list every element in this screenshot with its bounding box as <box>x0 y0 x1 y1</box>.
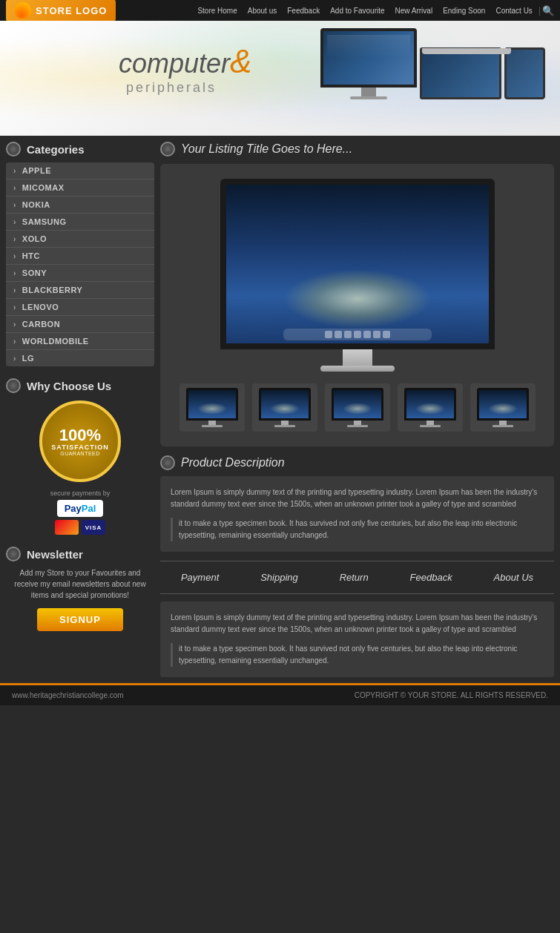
thumb-screen-5 <box>477 388 529 421</box>
nav-feedback[interactable]: Feedback <box>283 7 324 15</box>
cat-arrow: › <box>13 286 16 294</box>
search-icon[interactable]: 🔍 <box>542 5 554 16</box>
thumb-3[interactable] <box>325 383 390 432</box>
badge-guaranteed: GUARANTEED <box>60 451 100 456</box>
paypal-logo: PayPal <box>57 500 104 517</box>
cat-item-sony[interactable]: › SONY <box>6 265 154 282</box>
thumb-screen-1 <box>186 388 238 421</box>
page-footer: www.heritagechristiancollege.com COPYRIG… <box>0 683 560 705</box>
cat-arrow: › <box>13 235 16 243</box>
nav-store-home[interactable]: Store Home <box>193 7 241 15</box>
cat-arrow: › <box>13 201 16 209</box>
cat-item-apple[interactable]: › APPLE <box>6 162 154 179</box>
banner-sub: peripherals <box>126 80 251 96</box>
cat-arrow: › <box>13 252 16 260</box>
paypal-area: secure payments by PayPal VISA <box>6 489 154 535</box>
thumb-base-4 <box>420 425 441 427</box>
thumb-galaxy-3 <box>343 403 372 415</box>
thumb-galaxy-4 <box>415 403 445 415</box>
prod-desc-title: Product Description <box>181 456 285 469</box>
cat-item-lg[interactable]: › LG <box>6 350 154 366</box>
description-box: Lorem Ipsum is simply dummy text of the … <box>160 476 554 552</box>
cat-arrow: › <box>13 355 16 363</box>
banner: computer& peripherals <box>0 21 560 136</box>
footer-copyright: COPYRIGHT © YOUR STORE. ALL RIGHTS RESER… <box>355 691 548 699</box>
signup-button[interactable]: SIGNUP <box>37 608 123 631</box>
visa-icon: VISA <box>82 520 105 535</box>
flame-icon <box>15 2 31 19</box>
newsletter-section: Newsletter Add my Store to your Favourit… <box>6 547 154 631</box>
cat-arrow: › <box>13 337 16 346</box>
cat-arrow: › <box>13 269 16 277</box>
dock-icon-7 <box>383 331 390 338</box>
thumb-1[interactable] <box>179 383 245 432</box>
thumb-4[interactable] <box>398 383 463 432</box>
desc-text-1: Lorem Ipsum is simply dummy text of the … <box>171 487 544 510</box>
nav-separator: | <box>538 5 541 16</box>
thumb-screen-4 <box>404 388 456 421</box>
cat-item-blackberry[interactable]: › BLACKBERRY <box>6 282 154 299</box>
listing-icon <box>160 142 175 156</box>
categories-title: Categories <box>27 143 85 156</box>
cat-item-lenovo[interactable]: › LENOVO <box>6 299 154 316</box>
thumb-base-3 <box>347 425 368 427</box>
cat-arrow: › <box>13 218 16 226</box>
sidebar: Categories › APPLE › MICOMAX › NOKIA › S… <box>6 142 154 677</box>
categories-icon <box>6 142 21 156</box>
top-nav: STORE LOGO Store Home About us Feedback … <box>0 0 560 21</box>
thumb-screen-2 <box>259 388 311 421</box>
bottom-desc-2: it to make a type specimen book. It has … <box>171 643 544 667</box>
thumb-base-5 <box>493 425 513 427</box>
logo[interactable]: STORE LOGO <box>6 0 116 22</box>
thumbnail-row <box>179 383 536 432</box>
cat-item-samsung[interactable]: › SAMSUNG <box>6 214 154 231</box>
banner-tablet <box>504 47 545 99</box>
nav-add-to-favourite[interactable]: Add to Favourite <box>326 7 389 15</box>
cat-arrow: › <box>13 320 16 329</box>
cat-item-nokia[interactable]: › NOKIA <box>6 197 154 214</box>
nav-contact-us[interactable]: Contact Us <box>491 7 536 15</box>
nav-about-us[interactable]: About us <box>243 7 281 15</box>
newsletter-header: Newsletter <box>6 547 154 561</box>
why-header: Why Choose Us <box>6 378 154 393</box>
cat-item-carbon[interactable]: › CARBON <box>6 316 154 333</box>
tab-shipping[interactable]: Shipping <box>254 569 304 586</box>
dock-icon-6 <box>373 331 381 338</box>
thumb-2[interactable] <box>252 383 317 432</box>
tab-return[interactable]: Return <box>334 569 375 586</box>
listing-header: Your Listing Title Goes to Here... <box>160 142 554 156</box>
tab-feedback[interactable]: Feedback <box>404 569 458 586</box>
thumb-galaxy-5 <box>488 403 518 415</box>
tab-about-us[interactable]: About Us <box>488 569 539 586</box>
banner-text: computer& peripherals <box>119 43 251 96</box>
banner-monitor <box>320 28 417 99</box>
paypal-secure-text: secure payments by <box>50 489 111 497</box>
badge-100: 100% <box>59 427 101 444</box>
thumb-base-2 <box>274 425 295 427</box>
newsletter-icon <box>6 547 21 561</box>
cat-item-xolo[interactable]: › XOLO <box>6 231 154 248</box>
mastercard-icon <box>55 520 79 535</box>
big-monitor-screen <box>220 179 495 349</box>
thumb-screen-3 <box>332 388 383 421</box>
dock-icon-1 <box>325 331 332 338</box>
monitor-stand <box>343 349 372 366</box>
cat-item-htc[interactable]: › HTC <box>6 248 154 265</box>
nav-new-arrival[interactable]: New Arrival <box>391 7 438 15</box>
product-desc-header: Product Description <box>160 455 554 470</box>
main-layout: Categories › APPLE › MICOMAX › NOKIA › S… <box>0 136 560 683</box>
bottom-desc-1: Lorem Ipsum is simply dummy text of the … <box>171 612 544 636</box>
categories-section: Categories › APPLE › MICOMAX › NOKIA › S… <box>6 142 154 366</box>
main-content: Your Listing Title Goes to Here... <box>160 142 554 677</box>
cat-item-micomax[interactable]: › MICOMAX <box>6 179 154 197</box>
cat-item-worldmobile[interactable]: › WORLDMOBILE <box>6 333 154 350</box>
cat-arrow: › <box>13 167 16 175</box>
footer-url: www.heritagechristiancollege.com <box>12 691 124 699</box>
nav-ending-soon[interactable]: Ending Soon <box>438 7 490 15</box>
tab-payment[interactable]: Payment <box>175 569 225 586</box>
why-title: Why Choose Us <box>27 380 111 392</box>
categories-list: › APPLE › MICOMAX › NOKIA › SAMSUNG › <box>6 162 154 366</box>
dock-icon-4 <box>354 331 361 338</box>
bottom-desc-box: Lorem Ipsum is simply dummy text of the … <box>160 601 554 677</box>
thumb-5[interactable] <box>470 383 536 432</box>
